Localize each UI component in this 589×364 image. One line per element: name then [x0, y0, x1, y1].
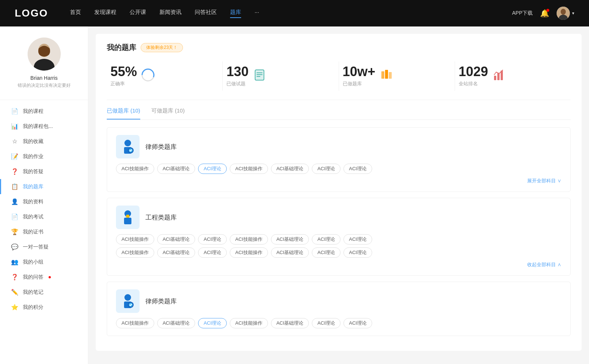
tabs-row: 已做题库 (10) 可做题库 (10)	[107, 107, 571, 120]
tag-item[interactable]: ACI技能操作	[230, 318, 268, 328]
sidebar-item-label: 我的考试	[23, 214, 43, 220]
main-content: 我的题库 体验剩余23天！ 55% 正确率	[88, 26, 589, 364]
sidebar-item-homework[interactable]: 📝 我的作业	[0, 149, 88, 164]
sidebar-item-one-on-one[interactable]: 💬 一对一答疑	[0, 239, 88, 254]
sidebar-menu: 📄 我的课程 📊 我的课程包... ☆ 我的收藏 📝 我的作业 ❓ 我的答疑 📋	[0, 104, 88, 322]
svg-rect-25	[124, 218, 131, 224]
sidebar-item-my-bank[interactable]: 📋 我的题库	[0, 179, 88, 194]
sidebar-item-label: 我的答疑	[23, 168, 43, 175]
tag-item[interactable]: ACI技能操作	[230, 247, 268, 258]
svg-point-8	[144, 71, 152, 79]
bank-item-header: 律师类题库	[116, 289, 561, 313]
tag-item[interactable]: ACI理论	[343, 318, 372, 328]
tag-item[interactable]: ACI基础理论	[271, 234, 309, 245]
bank-item-icon-engineer	[116, 206, 140, 229]
tag-item[interactable]: ACI理论	[343, 247, 372, 258]
tag-item-active[interactable]: ACI理论	[198, 164, 227, 174]
bank-list: 律师类题库 ACI技能操作 ACI基础理论 ACI理论 ACI技能操作 ACI基…	[107, 127, 571, 342]
app-download-button[interactable]: APP下载	[512, 10, 533, 17]
bank-item-name: 律师类题库	[145, 143, 177, 151]
tag-item[interactable]: ACI基础理论	[271, 164, 309, 174]
tag-item[interactable]: ACI技能操作	[116, 247, 154, 258]
avatar-chevron-icon: ▾	[572, 11, 574, 16]
sidebar-item-course-package[interactable]: 📊 我的课程包...	[0, 119, 88, 134]
cert-icon: 🏆	[11, 228, 18, 235]
stat-questions-value: 130	[226, 65, 248, 78]
stats-row: 55% 正确率 130 已做试题	[107, 61, 571, 100]
stat-ranking: 1029 全站排名	[455, 61, 571, 91]
sidebar-profile: Brian Harris 错误的决定比没有决定要好	[0, 26, 88, 96]
sidebar-item-my-qa[interactable]: ❓ 我的问答	[0, 270, 88, 285]
tag-item[interactable]: ACI基础理论	[157, 164, 195, 174]
bank-item-lawyer-1: 律师类题库 ACI技能操作 ACI基础理论 ACI理论 ACI技能操作 ACI基…	[107, 127, 571, 192]
tag-item-active[interactable]: ACI理论	[198, 318, 227, 328]
svg-point-27	[124, 294, 131, 301]
tag-item[interactable]: ACI技能操作	[230, 234, 268, 245]
nav-open-course[interactable]: 公开课	[130, 9, 146, 18]
collapse-button-2[interactable]: 收起全部科目 ∧	[116, 261, 561, 268]
star-icon: ☆	[11, 138, 18, 145]
package-icon: 📊	[11, 123, 18, 130]
tag-item[interactable]: ACI基础理论	[271, 247, 309, 258]
nav-news[interactable]: 新闻资讯	[159, 9, 181, 18]
avatar	[557, 7, 570, 20]
stat-questions: 130 已做试题	[223, 61, 339, 91]
sidebar-item-favorites[interactable]: ☆ 我的收藏	[0, 134, 88, 149]
main-nav: 首页 发现课程 公开课 新闻资讯 问答社区 题库 ···	[70, 9, 512, 18]
question-icon: ❓	[11, 168, 18, 175]
tag-item[interactable]: ACI理论	[312, 234, 341, 245]
tag-item[interactable]: ACI理论	[343, 234, 372, 245]
tag-item[interactable]: ACI理论	[312, 164, 341, 174]
notification-bell[interactable]: 🔔	[540, 9, 549, 18]
tag-item[interactable]: ACI理论	[312, 247, 341, 258]
nav-home[interactable]: 首页	[70, 9, 81, 18]
profile-motto: 错误的决定比没有决定要好	[18, 82, 71, 89]
notes-icon: ✏️	[11, 289, 18, 296]
sidebar-item-exam[interactable]: 📄 我的考试	[0, 209, 88, 224]
stat-accuracy: 55% 正确率	[107, 61, 223, 91]
tag-item[interactable]: ACI基础理论	[157, 234, 195, 245]
exam-icon: 📄	[11, 213, 18, 220]
nav-bank[interactable]: 题库	[230, 9, 241, 18]
svg-point-1	[561, 9, 566, 15]
ranking-bar-icon	[493, 68, 506, 84]
sidebar-item-notes[interactable]: ✏️ 我的笔记	[0, 285, 88, 300]
sidebar-item-label: 我的积分	[23, 304, 43, 311]
tag-item[interactable]: ACI基础理论	[157, 247, 195, 258]
sidebar-item-group[interactable]: 👥 我的小组	[0, 254, 88, 270]
sidebar-item-points[interactable]: ⭐ 我的积分	[0, 300, 88, 315]
sidebar-item-my-course[interactable]: 📄 我的课程	[0, 104, 88, 119]
sidebar-item-label: 我的证书	[23, 229, 43, 235]
sidebar-item-label: 我的题库	[23, 183, 43, 190]
tag-item[interactable]: ACI技能操作	[116, 318, 154, 328]
stat-library-value: 10w+	[343, 65, 375, 78]
tag-item[interactable]: ACI技能操作	[116, 234, 154, 245]
tab-done-banks[interactable]: 已做题库 (10)	[107, 107, 140, 119]
expand-button-1[interactable]: 展开全部科目 ∨	[116, 178, 561, 184]
tag-item[interactable]: ACI理论	[343, 164, 372, 174]
sidebar-item-label: 我的课程	[23, 108, 43, 115]
sidebar-item-label: 我的收藏	[23, 138, 43, 145]
bank-section-header: 我的题库 体验剩余23天！	[107, 43, 571, 53]
svg-rect-14	[381, 71, 384, 79]
tag-item[interactable]: ACI基础理论	[157, 318, 195, 328]
tag-item[interactable]: ACI理论	[198, 234, 227, 245]
user-avatar-button[interactable]: ▾	[557, 7, 574, 20]
sidebar-item-label: 我的课程包...	[23, 123, 53, 130]
nav-discover[interactable]: 发现课程	[94, 9, 116, 18]
tag-item[interactable]: ACI理论	[198, 247, 227, 258]
sidebar-item-profile-info[interactable]: 👤 我的资料	[0, 194, 88, 209]
sidebar-item-label: 我的作业	[23, 153, 43, 160]
course-icon: 📄	[11, 108, 18, 115]
bank-tags-row1: ACI技能操作 ACI基础理论 ACI理论 ACI技能操作 ACI基础理论 AC…	[116, 234, 561, 245]
nav-more[interactable]: ···	[254, 9, 259, 18]
sidebar-item-qa[interactable]: ❓ 我的答疑	[0, 164, 88, 179]
tab-available-banks[interactable]: 可做题库 (10)	[151, 107, 185, 119]
tag-item[interactable]: ACI理论	[312, 318, 341, 328]
nav-qa[interactable]: 问答社区	[195, 9, 217, 18]
tag-item[interactable]: ACI技能操作	[230, 164, 268, 174]
tag-item[interactable]: ACI技能操作	[116, 164, 154, 174]
tag-item[interactable]: ACI基础理论	[271, 318, 309, 328]
sidebar: Brian Harris 错误的决定比没有决定要好 📄 我的课程 📊 我的课程包…	[0, 26, 88, 364]
sidebar-item-certificate[interactable]: 🏆 我的证书	[0, 224, 88, 239]
